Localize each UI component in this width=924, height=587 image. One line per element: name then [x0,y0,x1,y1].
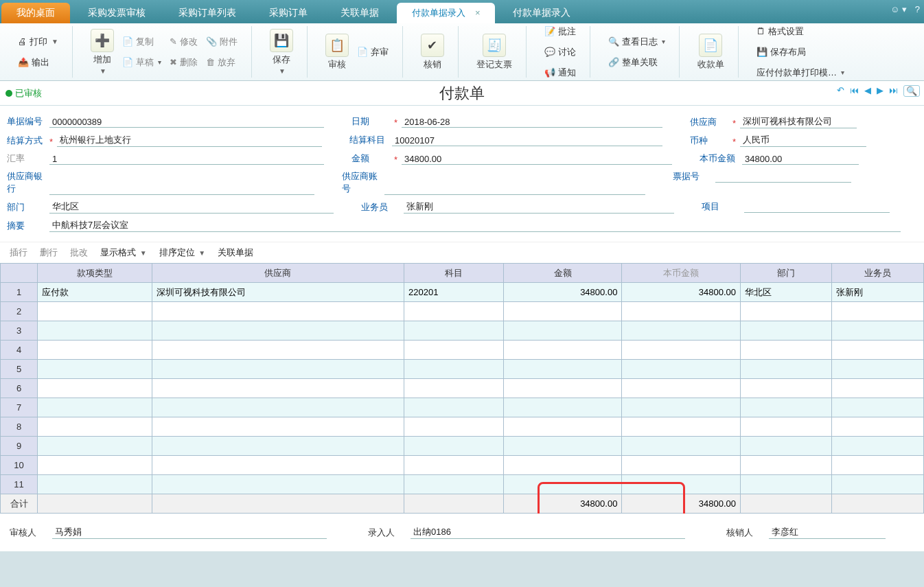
billno-field[interactable] [715,182,851,183]
table-row[interactable]: 9 [1,437,924,456]
add-button[interactable]: ➕增加▼ [86,27,118,76]
verify-button[interactable]: ✔核销 [417,32,448,72]
register-button[interactable]: 🧾登记支票 [472,32,516,72]
data-table[interactable]: 款项类型 供应商 科目 金额 本币金额 部门 业务员 1应付款深圳可视科技有限公… [0,263,924,514]
tab-item[interactable]: 关联单据 [325,3,394,23]
nav-icons: ↶ ⏮ ◀ ▶ ⏭ 🔍 [837,85,920,97]
supbank-field[interactable] [49,194,314,195]
sort-locate[interactable]: 排序定位 ▼ [159,246,206,259]
entry-label: 录入人 [368,527,406,539]
summary-field[interactable]: 中航科技7层会议室 [49,219,901,232]
tab-item[interactable]: 采购订单 [254,3,323,23]
draft-button[interactable]: 📄 草稿▾ [118,54,165,71]
next-icon[interactable]: ▶ [877,85,883,97]
col-dept: 部门 [740,264,832,283]
printtmpl-button[interactable]: 应付付款单打印模…▾ [752,64,848,82]
savelayout-button[interactable]: 💾 保存布局 [752,43,848,61]
supplier-label: 供应商 [690,116,728,128]
doc-no-label: 单据编号 [7,115,45,128]
supplier-field[interactable]: 深圳可视科技有限公司 [740,115,857,128]
status-badge: 已审核 [5,87,42,100]
acct-label: 结算科目 [349,134,388,146]
auditor-label: 审核人 [10,527,48,539]
table-row[interactable]: 2 [1,302,924,321]
notify-button[interactable]: 📢 通知 [540,64,580,82]
first-icon[interactable]: ⏮ [850,85,859,97]
edit-button[interactable]: ✎ 修改 [165,33,202,51]
undo-icon[interactable]: ↶ [837,85,844,97]
tabbar-right: ☺ ▾ ? [890,4,920,14]
tab-active[interactable]: 付款单据录入 × [397,3,495,23]
billno-label: 票据号 [673,170,711,183]
doc-no-field[interactable]: 0000000389 [49,117,324,128]
date-label: 日期 [351,115,390,128]
insert-row[interactable]: 插行 [10,246,27,259]
project-label: 项目 [702,200,740,213]
summary-label: 摘要 [7,220,45,232]
currency-label: 币种 [690,135,728,147]
table-row[interactable]: 11 [1,475,924,494]
print-button[interactable]: 🖨 打印▼ [14,33,62,51]
format-button[interactable]: 🗒 格式设置 [752,23,848,41]
search-icon[interactable]: 🔍 [903,85,920,97]
discuss-button[interactable]: 💬 讨论 [540,43,580,61]
settle-field[interactable]: 杭州银行上地支行 [57,134,322,147]
abandon-button[interactable]: 📄 弃审 [353,43,393,61]
supacct-label: 供应商账号 [342,170,380,195]
col-rownum [1,264,38,283]
delete-button[interactable]: ✖ 删除 [165,54,202,71]
table-row[interactable]: 10 [1,456,924,475]
tab-item[interactable]: 采购发票审核 [73,3,161,23]
date-field[interactable]: 2018-06-28 [402,117,662,128]
supacct-field[interactable] [384,194,645,195]
table-row[interactable]: 4 [1,341,924,360]
col-amt: 金额 [503,264,622,283]
viewlog-button[interactable]: 🔍 查看日志▾ [604,33,669,51]
table-row[interactable]: 1应付款深圳可视科技有限公司22020134800.0034800.00华北区张… [1,283,924,302]
table-row[interactable]: 6 [1,379,924,398]
save-button[interactable]: 💾保存▼ [266,27,297,76]
tab-item[interactable]: 付款单据录入 [498,3,586,23]
export-button[interactable]: 📤 输出 [14,54,62,71]
col-acct: 科目 [404,264,504,283]
page-title: 付款单 [439,83,485,104]
ribbon: 🖨 打印▼ 📤 输出 ➕增加▼ 📄 复制 📄 草稿▾ ✎ 修改 ✖ 删除 📎 附… [0,23,924,81]
localamt-field[interactable]: 34800.00 [742,154,859,165]
assoc-doc[interactable]: 关联单据 [218,246,253,259]
display-format[interactable]: 显示格式 ▼ [100,246,147,259]
table-row[interactable]: 7 [1,398,924,417]
tab-home[interactable]: 我的桌面 [1,3,70,23]
verifier-field: 李彦红 [769,526,886,539]
dept-label: 部门 [7,201,45,214]
currency-field[interactable]: 人民币 [740,134,866,147]
col-sales: 业务员 [832,264,924,283]
note-button[interactable]: 📝 批注 [540,23,580,41]
tab-item[interactable]: 采购订单列表 [163,3,251,23]
delete-row[interactable]: 删行 [40,246,58,259]
prev-icon[interactable]: ◀ [864,85,871,97]
rate-field[interactable]: 1 [49,154,324,165]
discard-button[interactable]: 🗑 放弃 [202,54,242,71]
sales-field[interactable]: 张新刚 [404,200,674,214]
attach-button[interactable]: 📎 附件 [202,33,242,51]
dept-field[interactable]: 华北区 [49,200,334,214]
col-supplier: 供应商 [152,264,404,283]
copy-button[interactable]: 📄 复制 [118,33,165,51]
acct-field[interactable]: 10020107 [392,135,662,146]
amount-field[interactable]: 34800.00 [402,154,672,165]
batch-edit[interactable]: 批改 [70,246,88,259]
table-row[interactable]: 5 [1,360,924,379]
audit-button[interactable]: 📋审核 [321,32,353,72]
receipt-button[interactable]: 📄收款单 [693,32,728,72]
last-icon[interactable]: ⏭ [889,85,898,97]
grid: 款项类型 供应商 科目 金额 本币金额 部门 业务员 1应付款深圳可视科技有限公… [0,263,924,514]
table-row[interactable]: 3 [1,321,924,341]
table-row[interactable]: 8 [1,417,924,437]
settle-label: 结算方式 [7,135,45,147]
wholeassoc-button[interactable]: 🔗 整单关联 [604,54,669,71]
smile-icon[interactable]: ☺ ▾ [890,4,907,14]
help-icon[interactable]: ? [915,4,920,14]
project-field[interactable] [744,212,890,213]
close-icon[interactable]: × [475,8,481,18]
tab-bar: 我的桌面 采购发票审核 采购订单列表 采购订单 关联单据 付款单据录入 × 付款… [0,0,924,23]
